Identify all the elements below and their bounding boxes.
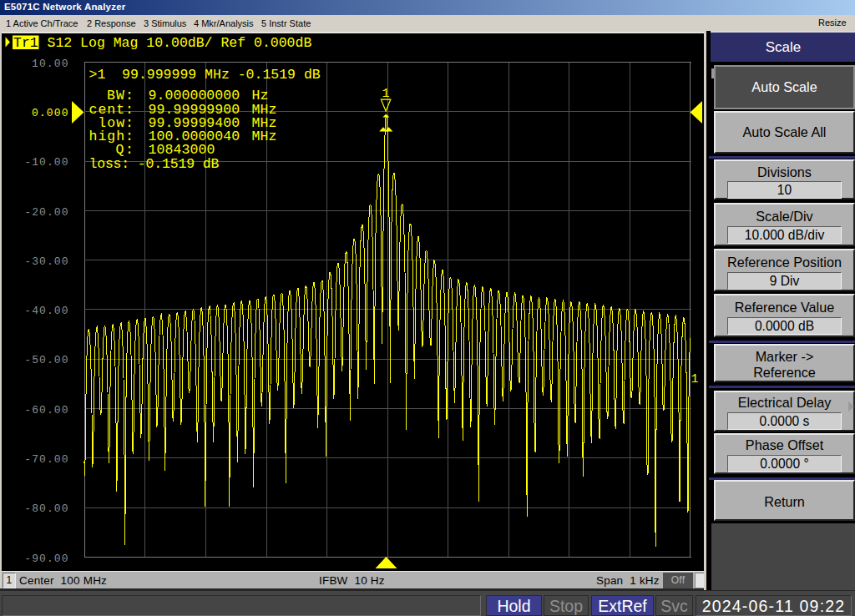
svg-text:-60.00: -60.00 (24, 404, 68, 417)
svg-text:10.00: 10.00 (32, 58, 68, 70)
svg-text:-10.00: -10.00 (24, 156, 68, 169)
svg-text:-90.00: -90.00 (24, 553, 68, 565)
svg-text:>1 99.999999 MHz -0.1519 dB: >1 99.999999 MHz -0.1519 dB (89, 67, 321, 83)
svg-text:-70.00: -70.00 (24, 453, 68, 466)
svg-text:1: 1 (382, 87, 390, 101)
svg-text:MHz: MHz (252, 129, 277, 144)
svg-text:1: 1 (691, 372, 699, 386)
svg-text:-20.00: -20.00 (24, 206, 68, 219)
svg-text:Tr1: Tr1 (13, 35, 38, 51)
svg-text:-80.00: -80.00 (24, 502, 68, 515)
svg-text:loss: -0.1519 dB: loss: -0.1519 dB (89, 156, 219, 172)
svg-text:0.000: 0.000 (32, 107, 68, 119)
svg-text:-30.00: -30.00 (24, 255, 68, 268)
svg-text:-50.00: -50.00 (24, 354, 68, 366)
svg-text:-40.00: -40.00 (24, 305, 68, 317)
svg-text:S12 Log Mag 10.00dB/ Ref 0.000: S12 Log Mag 10.00dB/ Ref 0.000dB (48, 35, 312, 51)
